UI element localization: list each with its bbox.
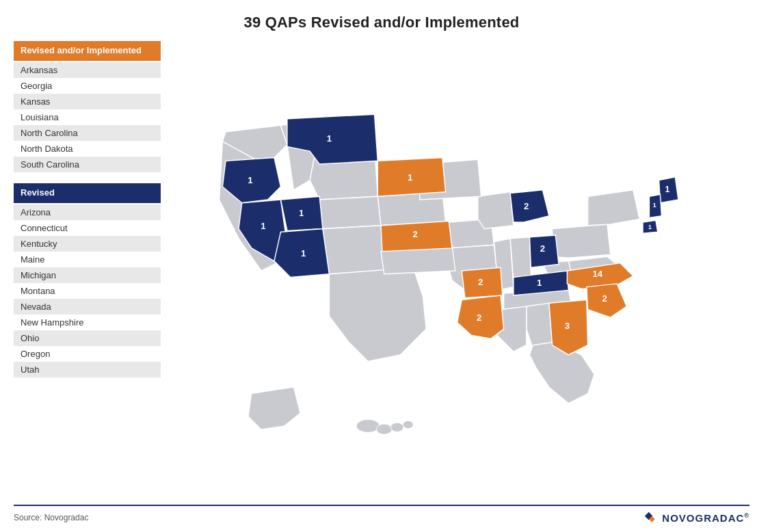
legend: Revised and/or Implemented Arkansas Geor…	[14, 41, 161, 501]
legend-item: Oregon	[14, 346, 161, 362]
legend-item: Louisiana	[14, 109, 161, 125]
legend-item: Maine	[14, 252, 161, 267]
svg-text:2: 2	[602, 293, 607, 304]
svg-text:2: 2	[540, 243, 545, 254]
legend-item: New Hampshire	[14, 315, 161, 330]
legend-item: Michigan	[14, 267, 161, 283]
legend-item: South Carolina	[14, 157, 161, 172]
legend-item: Kansas	[14, 94, 161, 109]
svg-text:3: 3	[565, 321, 570, 331]
legend-item: Connecticut	[14, 220, 161, 236]
novogradac-logo: NOVOGRADAC®	[643, 510, 749, 525]
legend-item: North Dakota	[14, 141, 161, 157]
legend-item: North Carolina	[14, 125, 161, 141]
svg-text:2: 2	[477, 312, 481, 323]
svg-text:1: 1	[408, 172, 412, 183]
legend-item: Arkansas	[14, 62, 161, 78]
svg-point-20	[390, 423, 403, 431]
svg-text:1: 1	[665, 185, 669, 194]
svg-text:1: 1	[301, 248, 306, 258]
svg-text:1: 1	[299, 209, 304, 218]
legend-item: Montana	[14, 283, 161, 299]
svg-text:1: 1	[537, 278, 542, 288]
svg-text:1: 1	[652, 201, 656, 209]
legend-item: Nevada	[14, 299, 161, 315]
svg-text:2: 2	[412, 229, 417, 239]
svg-text:2: 2	[478, 277, 483, 287]
svg-text:1: 1	[261, 221, 265, 231]
svg-text:1: 1	[248, 175, 252, 185]
svg-text:1: 1	[327, 133, 332, 144]
legend-item: Georgia	[14, 78, 161, 94]
page-title: 39 QAPs Revised and/or Implemented	[14, 14, 749, 31]
legend-item: Kentucky	[14, 236, 161, 252]
legend-item: Arizona	[14, 204, 161, 220]
source-text: Source: Novogradac	[14, 513, 88, 522]
footer: Source: Novogradac NOVOGRADAC®	[14, 505, 749, 525]
legend-header-revised: Revised	[14, 183, 161, 203]
svg-point-21	[403, 421, 413, 428]
svg-text:2: 2	[524, 201, 529, 211]
legend-item: Utah	[14, 362, 161, 377]
logo-icon	[643, 510, 658, 525]
svg-text:14: 14	[592, 269, 602, 279]
svg-point-19	[376, 424, 392, 434]
svg-point-18	[356, 419, 380, 432]
svg-text:1: 1	[648, 223, 652, 230]
legend-item: Ohio	[14, 330, 161, 346]
legend-header-revised-implemented: Revised and/or Implemented	[14, 41, 161, 61]
logo-text: NOVOGRADAC®	[662, 512, 749, 524]
us-map: 1 1 1 1 1 1 2 2 2 1 2	[168, 41, 749, 501]
